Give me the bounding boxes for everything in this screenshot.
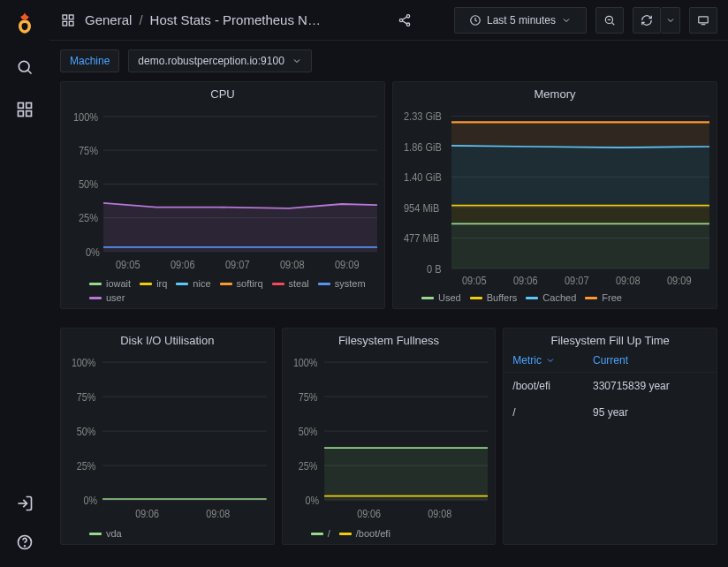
signin-icon[interactable] [14, 493, 35, 514]
svg-text:09:06: 09:06 [171, 258, 195, 271]
svg-text:09:06: 09:06 [357, 509, 381, 520]
table-header-current[interactable]: Current [593, 354, 708, 367]
variable-value-dropdown[interactable]: demo.robustperception.io:9100 [128, 49, 311, 72]
legend-item[interactable]: softirq [220, 278, 263, 289]
cell-metric: /boot/efi [512, 380, 593, 392]
topbar: General / Host Stats - Prometheus N… Las… [49, 0, 728, 41]
legend-item[interactable]: nice [176, 278, 210, 289]
legend-item[interactable]: user [89, 292, 125, 303]
apps-icon[interactable] [60, 12, 76, 28]
svg-rect-12 [69, 21, 73, 26]
svg-rect-59 [451, 122, 709, 147]
legend-label: Used [438, 292, 461, 303]
svg-text:09:06: 09:06 [513, 275, 538, 288]
svg-rect-4 [19, 111, 24, 117]
legend-item[interactable]: Free [585, 292, 622, 303]
svg-rect-2 [19, 103, 24, 109]
legend-swatch [176, 283, 188, 285]
panel-title: Filesystem Fullness [283, 329, 496, 349]
svg-text:477 MiB: 477 MiB [404, 231, 439, 245]
legend-swatch [339, 533, 352, 535]
svg-text:09:08: 09:08 [280, 258, 305, 271]
zoom-out-button[interactable] [595, 7, 624, 34]
dashboards-icon[interactable] [14, 99, 35, 120]
panel-memory[interactable]: Memory 2.33 GiB [392, 81, 717, 309]
panel-fs-fullness[interactable]: Filesystem Fullness 100% 75% [282, 328, 497, 545]
legend-label: iowait [106, 278, 131, 289]
legend-label: nice [193, 278, 210, 289]
legend-swatch [318, 283, 330, 285]
breadcrumb-title[interactable]: Host Stats - Prometheus N… [150, 12, 321, 27]
legend-label: / [328, 528, 330, 539]
legend-item[interactable]: Cached [526, 292, 576, 303]
tv-mode-button[interactable] [689, 7, 717, 34]
variable-label[interactable]: Machine [60, 49, 119, 72]
table-header: Metric Current [504, 349, 717, 373]
legend-item[interactable]: system [318, 278, 366, 289]
refresh-button[interactable] [633, 7, 661, 34]
svg-text:09:05: 09:05 [462, 275, 487, 288]
legend-label: system [335, 278, 366, 289]
legend-swatch [470, 297, 482, 299]
svg-text:75%: 75% [298, 391, 317, 403]
svg-text:100%: 100% [293, 357, 317, 368]
panel-cpu[interactable]: CPU 100% 75% [60, 81, 385, 309]
table-header-metric[interactable]: Metric [512, 354, 593, 367]
svg-text:0 B: 0 B [427, 262, 442, 276]
time-range-picker[interactable]: Last 5 minutes [454, 7, 587, 34]
legend-swatch [526, 297, 538, 299]
legend-item[interactable]: vda [89, 528, 122, 539]
svg-text:50%: 50% [298, 426, 317, 437]
refresh-interval-button[interactable] [661, 7, 680, 34]
breadcrumb-folder[interactable]: General [85, 12, 132, 27]
svg-rect-88 [324, 448, 489, 500]
svg-line-20 [612, 22, 615, 25]
svg-rect-10 [69, 15, 73, 19]
legend-item[interactable]: Used [421, 292, 461, 303]
svg-text:09:09: 09:09 [335, 258, 360, 271]
cell-current: 95 year [593, 406, 708, 419]
search-icon[interactable] [14, 57, 35, 78]
legend-item[interactable]: irq [140, 278, 167, 289]
svg-text:25%: 25% [298, 460, 317, 472]
legend-item[interactable]: iowait [89, 278, 131, 289]
svg-rect-56 [451, 223, 709, 268]
legend-swatch [89, 283, 102, 285]
legend-label: steal [289, 278, 309, 289]
panel-disk-io[interactable]: Disk I/O Utilisation 100% 75% [60, 328, 275, 545]
legend-swatch [421, 297, 434, 299]
legend: iowaitirqnicesoftirqstealsystemuser [68, 275, 377, 303]
svg-point-13 [406, 14, 409, 17]
panel-fs-fillup[interactable]: Filesystem Fill Up Time Metric Current /… [503, 328, 717, 545]
svg-point-0 [19, 61, 29, 72]
svg-text:954 MiB: 954 MiB [404, 201, 439, 215]
svg-text:0%: 0% [305, 495, 319, 506]
grafana-logo-icon[interactable] [12, 11, 37, 35]
help-icon[interactable] [14, 532, 35, 553]
svg-text:1.40 GiB: 1.40 GiB [404, 170, 442, 184]
svg-text:100%: 100% [73, 110, 98, 124]
legend: vda [68, 525, 267, 539]
legend-item[interactable]: Buffers [470, 292, 518, 303]
cell-metric: / [512, 406, 593, 419]
svg-text:0%: 0% [84, 495, 98, 506]
legend-swatch [89, 533, 102, 535]
table-row: / 95 year [504, 399, 717, 426]
share-icon[interactable] [391, 7, 419, 34]
chevron-down-icon [561, 15, 572, 26]
svg-point-8 [25, 546, 26, 547]
svg-text:09:06: 09:06 [135, 509, 159, 520]
svg-text:1.86 GiB: 1.86 GiB [404, 140, 442, 154]
legend-item[interactable]: /boot/efi [339, 528, 391, 539]
legend-swatch [585, 297, 597, 299]
legend-item[interactable]: steal [272, 278, 309, 289]
legend-swatch [272, 283, 284, 285]
legend-label: vda [106, 528, 122, 539]
svg-text:0%: 0% [86, 246, 100, 259]
legend-label: Buffers [487, 292, 518, 303]
legend-label: softirq [237, 278, 263, 289]
fs-chart: 100% 75% 50% 25% 0% 09:06 09:08 [290, 352, 489, 525]
legend-item[interactable]: / [311, 528, 330, 539]
svg-text:09:09: 09:09 [667, 275, 692, 288]
svg-text:50%: 50% [79, 178, 98, 191]
